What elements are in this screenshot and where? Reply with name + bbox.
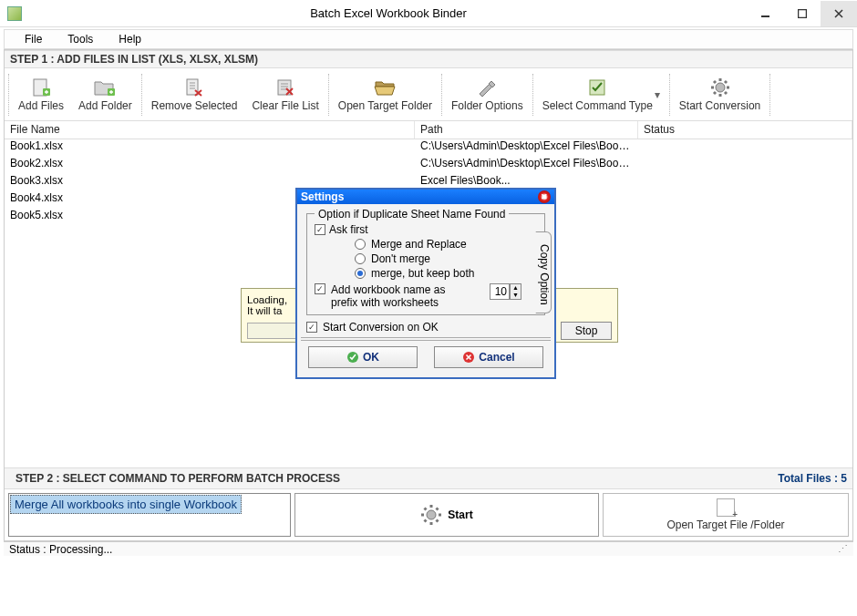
open-target-file-folder-button[interactable]: Open Target File /Folder: [603, 493, 849, 537]
file-add-icon: [29, 77, 53, 98]
cell-path: C:\Users\Admin\Desktop\Excel Files\Book.…: [415, 139, 638, 157]
prefix-checkbox[interactable]: ✓: [315, 283, 325, 294]
cell-path: C:\Users\Admin\Desktop\Excel Files\Book.…: [415, 157, 638, 174]
svg-point-9: [427, 510, 436, 519]
settings-titlebar[interactable]: Settings ✕: [297, 190, 554, 204]
step2-header: STEP 2 : SELECT COMMAND TO PERFORM BATCH…: [5, 467, 852, 489]
dont-merge-radio[interactable]: [355, 253, 366, 264]
clear-file-list-button[interactable]: Clear File List: [244, 76, 325, 114]
cell-status: [638, 157, 852, 174]
cell-status: [638, 174, 852, 191]
cancel-button[interactable]: Cancel: [434, 346, 543, 368]
tools-icon: [475, 77, 499, 98]
minimize-button[interactable]: [748, 1, 784, 26]
settings-close-button[interactable]: ✕: [538, 190, 551, 203]
start-on-ok-label: Start Conversion on OK: [323, 321, 439, 334]
open-target-folder-button[interactable]: Open Target Folder: [331, 76, 439, 114]
cell-filename: Book1.xlsx: [5, 139, 415, 157]
tb-label: Folder Options: [451, 99, 523, 112]
resize-grip-icon[interactable]: ⋰: [838, 543, 848, 555]
start-label: Start: [448, 508, 472, 521]
menu-help[interactable]: Help: [106, 31, 154, 47]
duplicate-sheet-group: Option if Duplicate Sheet Name Found ✓ A…: [306, 213, 545, 315]
gear-icon: [708, 77, 732, 98]
menubar: File Tools Help: [4, 29, 853, 49]
total-files-count: Total Files : 5: [778, 472, 847, 485]
folder-options-button[interactable]: Folder Options: [444, 76, 531, 114]
column-file-name[interactable]: File Name: [5, 121, 415, 139]
start-conversion-button[interactable]: Start Conversion: [672, 76, 768, 114]
tb-label: Add Files: [18, 99, 64, 112]
cell-status: [638, 209, 852, 226]
open-folder-icon: [373, 77, 397, 98]
menu-file[interactable]: File: [12, 31, 55, 47]
column-status[interactable]: Status: [638, 121, 852, 139]
cancel-icon: [462, 351, 475, 364]
remove-selected-button[interactable]: Remove Selected: [144, 76, 245, 114]
tb-label: Open Target Folder: [338, 99, 432, 112]
gear-icon: [420, 504, 442, 526]
statusbar: Status : Processing... ⋰: [4, 541, 853, 556]
ok-button[interactable]: OK: [308, 346, 418, 368]
bottom-actions: Merge All workbooks into single Workbook…: [5, 489, 852, 540]
svg-rect-0: [761, 15, 769, 17]
settings-title-text: Settings: [301, 190, 344, 203]
window-title: Batch Excel Workbook Binder: [29, 6, 748, 20]
maximize-button[interactable]: [784, 1, 821, 26]
tb-label: Select Command Type: [542, 99, 653, 112]
add-files-button[interactable]: Add Files: [11, 76, 71, 114]
select-command-type-button[interactable]: Select Command Type ▾: [535, 76, 667, 114]
status-text: Status : Processing...: [9, 543, 112, 556]
step1-header: STEP 1 : ADD FILES IN LIST (XLS, XLSX, X…: [5, 50, 852, 68]
selected-command-chip[interactable]: Merge All workbooks into single Workbook: [8, 493, 291, 537]
ask-first-checkbox[interactable]: ✓: [315, 224, 325, 235]
spinner-up-icon[interactable]: ▲: [511, 284, 521, 292]
column-path[interactable]: Path: [415, 121, 638, 139]
ok-icon: [346, 351, 359, 364]
ask-first-label: Ask first: [329, 223, 368, 236]
close-button[interactable]: [821, 1, 857, 26]
start-on-ok-checkbox[interactable]: ✓: [306, 322, 317, 333]
tb-label: Start Conversion: [679, 99, 760, 112]
start-button[interactable]: Start: [294, 493, 599, 537]
file-remove-icon: [182, 77, 206, 98]
list-clear-icon: [274, 77, 297, 98]
cancel-label: Cancel: [479, 351, 514, 364]
cell-status: [638, 139, 852, 157]
list-item[interactable]: Book1.xlsx C:\Users\Admin\Desktop\Excel …: [5, 139, 852, 157]
dont-merge-label: Don't merge: [371, 252, 430, 265]
open-target-label: Open Target File /Folder: [666, 518, 784, 531]
chevron-down-icon: ▾: [655, 88, 660, 101]
stop-button[interactable]: Stop: [561, 322, 612, 340]
toolbar: Add Files Add Folder Remove Selected Cle…: [5, 68, 852, 121]
tb-label: Add Folder: [78, 99, 132, 112]
settings-dialog: Settings ✕ Copy Option Option if Duplica…: [295, 188, 556, 379]
tb-label: Clear File List: [252, 99, 318, 112]
app-icon: [7, 6, 22, 21]
checklist-icon: [585, 77, 609, 98]
prefix-count-input[interactable]: [490, 283, 510, 300]
svg-rect-5: [187, 79, 198, 95]
spinner-down-icon[interactable]: ▼: [511, 292, 521, 299]
cell-status: [638, 191, 852, 209]
prefix-count-spinner[interactable]: ▲ ▼: [490, 283, 521, 300]
keep-both-radio[interactable]: [355, 268, 366, 279]
prefix-label: Add workbook name as prefix with workshe…: [331, 283, 471, 309]
folder-add-icon: [93, 77, 117, 98]
group-legend: Option if Duplicate Sheet Name Found: [315, 208, 509, 221]
file-open-icon: [717, 498, 735, 517]
list-item[interactable]: Book2.xlsx C:\Users\Admin\Desktop\Excel …: [5, 157, 852, 174]
menu-tools[interactable]: Tools: [55, 31, 106, 47]
cell-filename: Book2.xlsx: [5, 157, 415, 174]
keep-both-label: merge, but keep both: [371, 267, 474, 280]
svg-point-8: [716, 83, 725, 92]
merge-replace-radio[interactable]: [355, 239, 366, 250]
merge-replace-label: Merge and Replace: [371, 238, 467, 251]
add-folder-button[interactable]: Add Folder: [71, 76, 139, 114]
svg-rect-1: [799, 9, 807, 17]
selected-command-label: Merge All workbooks into single Workbook: [10, 495, 242, 514]
step2-label: STEP 2 : SELECT COMMAND TO PERFORM BATCH…: [10, 470, 346, 487]
copy-option-tab[interactable]: Copy Option: [535, 231, 552, 313]
titlebar: Batch Excel Workbook Binder: [0, 0, 857, 27]
file-list-header: File Name Path Status: [5, 121, 852, 139]
